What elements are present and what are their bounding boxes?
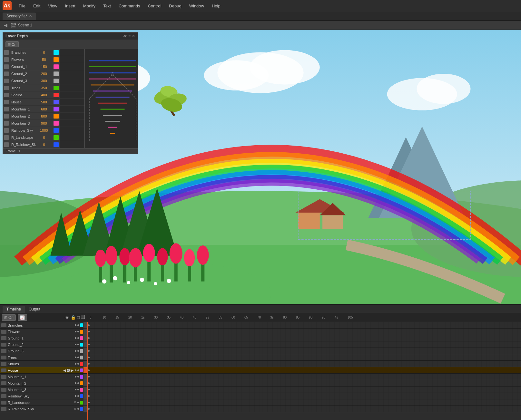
- ruler-tick: 15: [115, 316, 119, 319]
- ruler-tick: 90: [309, 316, 312, 319]
- layer-color-swatch: [54, 128, 59, 133]
- scene-back-btn[interactable]: ◀: [3, 22, 9, 28]
- tl-layer-name: Rainbow_Sky: [8, 394, 75, 398]
- layer-depth-value[interactable]: 500: [36, 100, 52, 104]
- tab-timeline[interactable]: Timeline: [3, 306, 25, 313]
- tl-layer-icon: [1, 330, 6, 334]
- layer-icon: [3, 50, 10, 55]
- menu-control[interactable]: Control: [144, 2, 164, 10]
- file-tab[interactable]: Scenery.fla* ✕: [3, 13, 36, 20]
- svg-point-49: [167, 279, 171, 283]
- ruler-tick: 20: [128, 316, 132, 319]
- menu-text[interactable]: Text: [100, 2, 114, 10]
- menu-modify[interactable]: Modify: [80, 2, 99, 10]
- layer-depth-value[interactable]: 300: [36, 79, 52, 83]
- svg-point-46: [127, 281, 130, 284]
- tl-layer-controls: [75, 324, 79, 326]
- layer-depth-value[interactable]: 200: [36, 72, 52, 76]
- keyframe-dot: [88, 344, 90, 345]
- tl-layer-name: Shrubs: [8, 362, 75, 366]
- play-prev-btn[interactable]: ◀: [63, 368, 66, 373]
- file-tab-label: Scenery.fla*: [6, 14, 27, 18]
- layer-depth-value[interactable]: 900: [36, 121, 52, 125]
- layer-depth-value[interactable]: 400: [36, 93, 52, 97]
- layer-depth-value[interactable]: 600: [36, 107, 52, 111]
- tl-layer-marker: [84, 341, 87, 348]
- menu-commands[interactable]: Commands: [115, 2, 143, 10]
- tl-layer-icon: [1, 336, 6, 340]
- tl-frame-row: [87, 361, 521, 367]
- play-next-btn[interactable]: ▶: [71, 368, 74, 373]
- panel-collapse-icon[interactable]: ≪: [123, 34, 127, 38]
- layer-depth-value[interactable]: 150: [36, 65, 52, 69]
- tl-layer-marker: [84, 393, 87, 399]
- tl-layer-icon: [1, 394, 6, 398]
- color-box-icon[interactable]: [81, 315, 85, 319]
- layer-color-swatch: [54, 79, 59, 83]
- panel-controls[interactable]: ≪ ≡ ✕: [123, 34, 135, 38]
- tl-frame-row: [87, 348, 521, 354]
- visibility-icon[interactable]: 👁: [65, 315, 69, 320]
- keyframe-dot: [88, 389, 90, 390]
- tl-dot: [77, 408, 79, 410]
- tl-layer-color-swatch: [80, 323, 83, 327]
- tl-dot: [77, 369, 79, 371]
- keyframe-dot: [88, 376, 90, 377]
- layer-graph-bar: [60, 56, 85, 63]
- layer-depth-value[interactable]: 800: [36, 114, 52, 118]
- layer-graph-bar: [60, 120, 85, 127]
- layer-depth-on-btn[interactable]: ⊞ On: [5, 41, 19, 47]
- ruler-tick: 55: [219, 316, 222, 319]
- svg-point-47: [140, 278, 144, 282]
- tl-layer-marker: [84, 335, 87, 341]
- layer-depth-value[interactable]: 1000: [36, 129, 52, 132]
- layer-icon: [3, 128, 10, 133]
- menu-file[interactable]: File: [15, 2, 29, 10]
- menu-debug[interactable]: Debug: [166, 2, 184, 10]
- tl-dot: [77, 395, 79, 397]
- playhead[interactable]: [87, 322, 88, 420]
- tabbar: Scenery.fla* ✕: [0, 12, 521, 21]
- tl-layer-controls: [75, 369, 79, 371]
- tl-layer-marker: [84, 348, 87, 354]
- menu-window[interactable]: Window: [186, 2, 207, 10]
- layer-depth-value[interactable]: 0: [36, 51, 52, 54]
- layer-depth-value[interactable]: 350: [36, 86, 52, 90]
- layer-depth-value[interactable]: 50: [36, 58, 52, 62]
- layer-depth-value[interactable]: 0: [36, 136, 52, 139]
- tl-dot: [75, 382, 76, 384]
- tl-layer-name: Ground_1: [8, 336, 75, 340]
- file-tab-close[interactable]: ✕: [29, 14, 32, 18]
- outline-icon[interactable]: □: [77, 315, 80, 320]
- tl-frame-row: [87, 387, 521, 393]
- tl-graph-btn[interactable]: 📈: [18, 314, 27, 321]
- lock-icon[interactable]: 🔒: [71, 315, 76, 320]
- keyframe-indicator: [67, 369, 70, 372]
- tl-dot: [77, 350, 79, 352]
- tl-layer-row: Mountain_3: [0, 387, 87, 393]
- panel-close-icon[interactable]: ✕: [132, 34, 135, 38]
- ruler-tick: 40: [180, 316, 183, 319]
- menu-help[interactable]: Help: [209, 2, 224, 10]
- tl-layer-icon: [1, 401, 6, 405]
- layer-graph-bar: [60, 113, 85, 119]
- tl-layer-controls: [75, 350, 79, 352]
- tab-output[interactable]: Output: [25, 306, 44, 313]
- tl-layer-controls: [75, 363, 79, 365]
- layer-depth-value[interactable]: 0: [36, 143, 52, 147]
- menu-view[interactable]: View: [45, 2, 60, 10]
- panel-menu-icon[interactable]: ≡: [128, 34, 131, 38]
- tl-layer-row: Mountain_2: [0, 380, 87, 387]
- svg-rect-21: [298, 213, 320, 229]
- tl-frame-row: [87, 393, 521, 399]
- menu-insert[interactable]: Insert: [62, 2, 79, 10]
- svg-point-12: [204, 60, 269, 91]
- layer-depth-row: Mountain_3 900: [3, 120, 84, 127]
- layer-play-controls: ◀ ▶: [63, 368, 74, 373]
- tl-frames-area[interactable]: 51015201s303540452s556065703s808590954s1…: [87, 313, 521, 420]
- tl-on-btn[interactable]: ⊞ On: [2, 314, 16, 321]
- keyframe-dot: [88, 369, 90, 371]
- tl-layer-icon: [1, 362, 6, 366]
- tl-dot: [75, 363, 76, 365]
- menu-edit[interactable]: Edit: [30, 2, 44, 10]
